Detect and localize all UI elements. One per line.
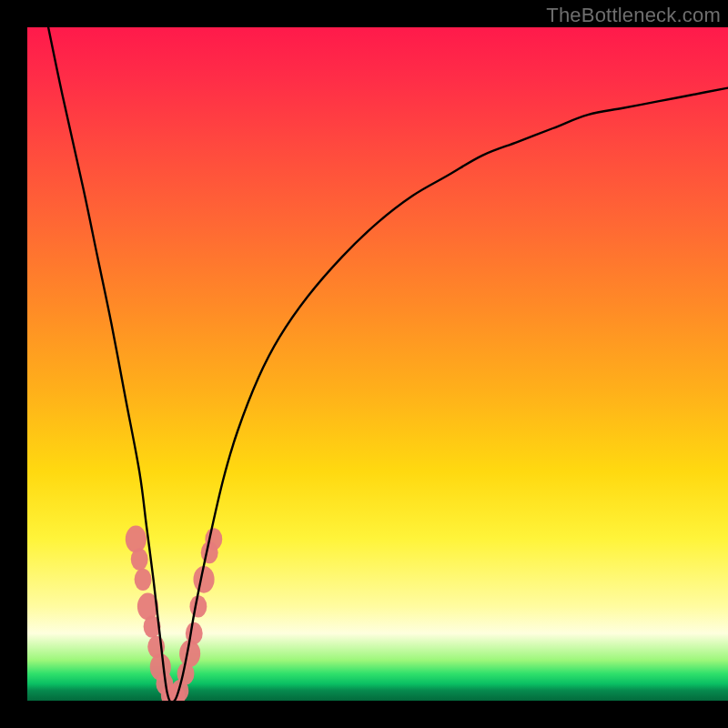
- watermark-text: TheBottleneck.com: [546, 4, 721, 27]
- marker-dot: [135, 569, 152, 591]
- chart-svg: [27, 27, 728, 701]
- marker-dot: [186, 622, 203, 644]
- marker-dot: [126, 526, 147, 553]
- marker-dot: [189, 595, 207, 617]
- marker-dot: [131, 548, 148, 570]
- plot-area: [27, 27, 728, 701]
- chart-frame: TheBottleneck.com: [0, 0, 728, 728]
